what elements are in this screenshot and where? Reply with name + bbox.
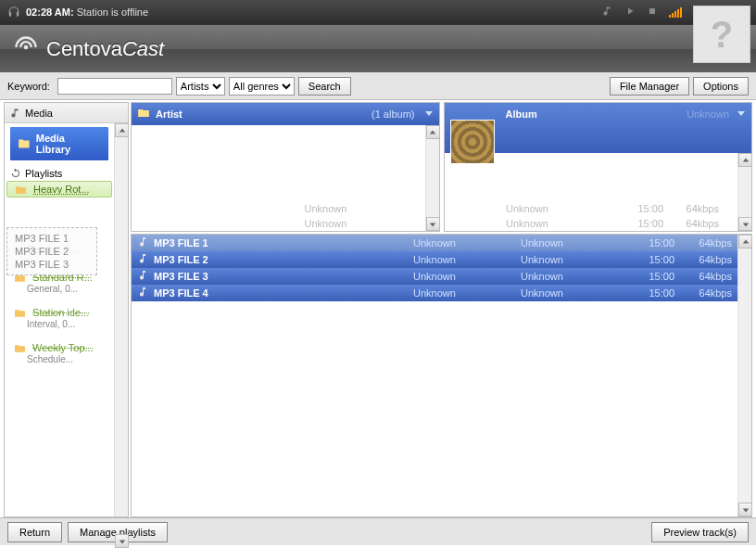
playlist-name: Station ide...: [32, 307, 89, 318]
playlist-item-station-id[interactable]: Station ide... Interval, 0...: [5, 304, 114, 332]
album-title: Album: [506, 108, 537, 120]
track-bitrate: 64kbps: [680, 237, 732, 249]
ghost-n: MP3 FILE 2: [15, 246, 89, 257]
logo-icon: [13, 34, 39, 64]
category-select[interactable]: Artists: [176, 77, 225, 96]
track-album: Unknown: [521, 237, 623, 249]
artist-title: Artist: [156, 108, 183, 120]
chevron-down-icon[interactable]: [424, 108, 434, 120]
scroll-down-icon[interactable]: [115, 534, 129, 548]
track-artist: Unknown: [413, 271, 515, 282]
sidebar-media-header: Media: [5, 103, 128, 123]
brand-name-2: Cast: [122, 37, 164, 60]
track-row[interactable]: MP3 FILE 3UnknownUnknown15:0064kbps: [132, 268, 737, 285]
tracklist-scrollbar[interactable]: [737, 235, 751, 516]
scroll-up-icon[interactable]: [426, 125, 440, 139]
file-manager-button[interactable]: File Manager: [610, 77, 689, 96]
ghost-n: MP3 FILE 3: [15, 259, 89, 270]
drag-ghost: MP3 FILE 1 MP3 FILE 2 MP3 FILE 3: [6, 227, 97, 275]
playlist-sub: Interval, 0...: [14, 318, 108, 329]
titlebar-right-icons: [602, 6, 682, 19]
track-album: Unknown: [521, 271, 623, 282]
help-box[interactable]: ?: [693, 6, 750, 63]
scroll-up-icon[interactable]: [738, 153, 752, 167]
media-library-button[interactable]: Media Library: [10, 127, 108, 160]
album-panel: Album Unknown Unknown15:0064kbps Unknown…: [444, 102, 753, 232]
track-name: MP3 FILE 1: [154, 237, 408, 249]
ghost-row: Unknown15:0064kbps: [445, 201, 738, 216]
playlist-sub: General, 0...: [14, 283, 108, 294]
search-button[interactable]: Search: [298, 77, 351, 96]
playlist-sub: Schedule...: [14, 353, 108, 364]
artist-panel-header[interactable]: Artist (1 album): [132, 103, 439, 125]
search-toolbar: Keyword: Artists All genres Search File …: [0, 72, 756, 100]
track-row[interactable]: MP3 FILE 1UnknownUnknown15:0064kbps: [132, 235, 737, 251]
artist-count: (1 album): [372, 108, 414, 120]
status-text: Station is offline: [77, 6, 148, 18]
preview-tracks-button[interactable]: Preview track(s): [651, 522, 749, 542]
album-subtitle: Unknown: [687, 108, 729, 120]
panel-scrollbar[interactable]: [737, 153, 751, 231]
scroll-up-icon[interactable]: [115, 123, 129, 137]
content: Artist (1 album) Unknown Unknown: [131, 102, 752, 517]
sidebar-scrollbar[interactable]: [114, 123, 128, 516]
track-name: MP3 FILE 2: [154, 254, 408, 265]
track-duration: 15:00: [628, 237, 674, 249]
playlist-item-heavy-rotation[interactable]: Heavy Rot...: [6, 181, 112, 198]
keyword-input[interactable]: [57, 78, 172, 95]
options-button[interactable]: Options: [693, 77, 749, 96]
playlists-header-text: Playlists: [25, 168, 62, 179]
music-file-icon: [137, 287, 148, 299]
track-row[interactable]: MP3 FILE 4UnknownUnknown15:0064kbps: [132, 285, 737, 301]
media-library-label: Media Library: [36, 133, 101, 155]
chevron-down-icon[interactable]: [737, 108, 746, 120]
playlist-item-weekly-top[interactable]: Weekly Top... Schedule...: [5, 339, 114, 367]
logo: CentovaCast: [13, 34, 164, 64]
folder-icon: [14, 344, 26, 353]
track-name: MP3 FILE 3: [154, 271, 408, 282]
track-bitrate: 64kbps: [680, 254, 732, 265]
track-bitrate: 64kbps: [680, 271, 732, 282]
play-icon[interactable]: [624, 6, 636, 19]
track-duration: 15:00: [628, 287, 674, 299]
folder-icon: [14, 309, 26, 318]
scroll-down-icon[interactable]: [426, 217, 440, 231]
genre-select[interactable]: All genres: [229, 77, 295, 96]
sidebar: Media Media Library Playlists Heavy Rot.…: [4, 102, 129, 517]
music-file-icon: [137, 236, 148, 249]
stop-icon[interactable]: [647, 6, 658, 19]
brand-text: CentovaCast: [46, 37, 164, 61]
refresh-icon: [10, 168, 21, 179]
sidebar-playlists-header: Playlists: [5, 164, 114, 181]
track-artist: Unknown: [413, 237, 515, 249]
track-duration: 15:00: [628, 254, 674, 265]
track-duration: 15:00: [628, 271, 674, 282]
keyword-label: Keyword:: [7, 81, 50, 92]
music-file-icon: [137, 270, 148, 283]
music-file-icon: [137, 253, 148, 266]
top-panels: Artist (1 album) Unknown Unknown: [131, 102, 752, 232]
panel-scrollbar[interactable]: [425, 125, 439, 231]
brandbar: CentovaCast: [0, 24, 756, 72]
scroll-down-icon[interactable]: [738, 217, 752, 231]
album-panel-header[interactable]: Album Unknown: [445, 103, 752, 153]
track-album: Unknown: [521, 287, 623, 299]
ghost-row: Unknown: [132, 216, 425, 231]
folder-icon: [18, 137, 31, 150]
scroll-up-icon[interactable]: [738, 235, 752, 249]
ghost-n: MP3 FILE 1: [15, 233, 89, 244]
tracklist: MP3 FILE 1UnknownUnknown15:0064kbpsMP3 F…: [131, 234, 752, 517]
track-artist: Unknown: [413, 254, 515, 265]
headphone-icon: [7, 6, 20, 19]
playlist-name: Heavy Rot...: [33, 184, 90, 195]
track-row[interactable]: MP3 FILE 2UnknownUnknown15:0064kbps: [132, 251, 737, 268]
track-artist: Unknown: [413, 287, 515, 299]
brand-name-1: Centova: [46, 37, 122, 60]
return-button[interactable]: Return: [7, 522, 62, 542]
music-icon[interactable]: [602, 6, 613, 19]
playlist-name: Weekly Top...: [32, 342, 94, 353]
main: Media Media Library Playlists Heavy Rot.…: [0, 100, 756, 517]
scroll-down-icon[interactable]: [738, 503, 752, 516]
artist-panel: Artist (1 album) Unknown Unknown: [131, 102, 440, 232]
ghost-row: Unknown: [132, 201, 425, 216]
